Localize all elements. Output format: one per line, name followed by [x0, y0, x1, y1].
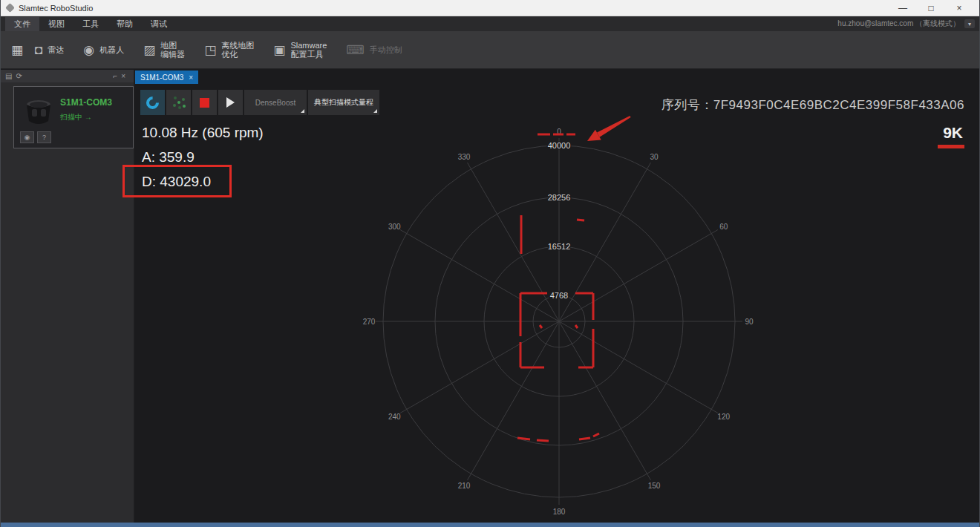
app-window: Slamtec RoboStudio — □ × 文件 视图 工具 帮助 调试 … [0, 0, 980, 527]
restart-scan-button[interactable] [140, 90, 165, 115]
toolbar-manual-control-button: ⌨ 手动控制 [346, 44, 402, 56]
panel-list-icon: ▤ [5, 72, 12, 80]
account-label: hu.zhou@slamtec.com （离线模式） [837, 19, 960, 29]
workspace-grid-icon[interactable]: ▦ [11, 42, 23, 58]
svg-text:300: 300 [388, 223, 401, 231]
play-button[interactable] [218, 90, 243, 115]
window-bottom-border [1, 523, 979, 527]
device-action-button-1[interactable]: ◉ [20, 131, 34, 143]
svg-text:210: 210 [458, 482, 471, 490]
svg-text:180: 180 [553, 508, 566, 516]
serial-number: 序列号：7F9493F0C4E69BC2C4E399F58F433A06 [662, 96, 964, 114]
serial-value: 7F9493F0C4E69BC2C4E399F58F433A06 [713, 98, 964, 112]
window-title: Slamtec RoboStudio [19, 4, 93, 13]
distance-highlight-box [122, 165, 232, 197]
lidar-icon: ◘ [35, 44, 42, 56]
svg-text:60: 60 [719, 223, 728, 231]
scan-points-icon [177, 101, 180, 104]
app-icon [5, 3, 15, 13]
device-panel: ▤ ⟳ ⌐ × S1M1-COM3 扫描中 → ◉ ? [1, 70, 134, 523]
svg-text:28256: 28256 [548, 193, 571, 202]
sample-rate-badge: 9K [943, 124, 963, 142]
svg-text:120: 120 [717, 413, 730, 421]
stop-button[interactable] [192, 90, 217, 115]
scan-mode-value: DenseBoost [255, 99, 295, 107]
close-button[interactable]: × [945, 0, 973, 16]
scan-mode-dropdown[interactable]: DenseBoost [244, 90, 307, 115]
menu-file[interactable]: 文件 [5, 17, 39, 31]
angle-readout: A: 359.9 [142, 149, 264, 166]
scan-view-button[interactable] [166, 90, 191, 115]
title-bar: Slamtec RoboStudio — □ × [1, 0, 979, 16]
svg-text:4768: 4768 [550, 291, 568, 300]
manual-control-icon: ⌨ [346, 44, 365, 56]
toolbar-slamware-config-button[interactable]: ▣ Slamware 配置工具 [273, 41, 327, 59]
panel-refresh-icon[interactable]: ⟳ [16, 72, 22, 80]
account-menu-button[interactable]: ▾ [964, 19, 975, 28]
device-panel-header: ▤ ⟳ ⌐ × [1, 70, 134, 82]
panel-pin-icon[interactable]: ⌐ [113, 72, 117, 80]
svg-text:30: 30 [650, 153, 659, 161]
scan-toolbar: DenseBoost 典型扫描模式量程 [140, 90, 379, 115]
scan-range-dropdown[interactable]: 典型扫描模式量程 [308, 90, 379, 115]
menu-bar: 文件 视图 工具 帮助 调试 hu.zhou@slamtec.com （离线模式… [1, 16, 979, 31]
menu-help[interactable]: 帮助 [108, 17, 142, 31]
toolbar-offline-map-button[interactable]: ◳ 离线地图 优化 [204, 41, 254, 59]
svg-text:240: 240 [388, 413, 401, 421]
device-card[interactable]: S1M1-COM3 扫描中 → ◉ ? [13, 86, 134, 148]
frequency-readout: 10.08 Hz (605 rpm) [142, 125, 264, 141]
play-icon [226, 97, 235, 108]
scan-range-value: 典型扫描模式量程 [314, 97, 373, 108]
svg-text:0: 0 [557, 128, 561, 136]
svg-text:90: 90 [745, 318, 754, 326]
tab-label: S1M1-COM3 [140, 73, 183, 82]
slamware-config-icon: ▣ [273, 44, 285, 56]
stop-icon [200, 98, 209, 108]
restart-icon [143, 94, 161, 111]
svg-text:16512: 16512 [548, 242, 571, 251]
minimize-button[interactable]: — [889, 0, 917, 16]
toolbar-map-editor-button[interactable]: ▨ 地图 编辑器 [143, 41, 185, 59]
svg-text:150: 150 [648, 482, 661, 490]
tab-s1m1-com3[interactable]: S1M1-COM3 × [135, 71, 198, 84]
lidar-device-image [22, 94, 56, 128]
svg-text:40000: 40000 [548, 141, 571, 150]
svg-text:330: 330 [458, 153, 471, 161]
serial-label: 序列号： [662, 98, 713, 112]
device-status: 扫描中 → [60, 112, 92, 122]
device-action-button-2[interactable]: ? [37, 131, 51, 143]
svg-text:270: 270 [363, 318, 376, 326]
chevron-down-icon [373, 109, 377, 113]
toolbar-lidar-button[interactable]: ◘ 雷达 [35, 44, 64, 56]
menu-tools[interactable]: 工具 [74, 17, 108, 31]
panel-close-icon[interactable]: × [121, 72, 125, 80]
robot-icon: ◉ [83, 44, 94, 56]
tab-close-icon[interactable]: × [189, 73, 193, 82]
main-toolbar: ▦ ◘ 雷达 ◉ 机器人 ▨ 地图 编辑器 ◳ 离线地图 优化 ▣ Slamwa… [1, 31, 979, 69]
menu-debug[interactable]: 调试 [142, 17, 176, 31]
device-name: S1M1-COM3 [60, 97, 112, 108]
maximize-button[interactable]: □ [917, 0, 945, 16]
menu-view[interactable]: 视图 [39, 17, 74, 31]
map-editor-icon: ▨ [143, 44, 155, 56]
chevron-down-icon [301, 109, 304, 113]
sample-rate-underline [938, 145, 964, 148]
offline-map-icon: ◳ [204, 44, 216, 56]
toolbar-robot-button[interactable]: ◉ 机器人 [83, 44, 124, 56]
